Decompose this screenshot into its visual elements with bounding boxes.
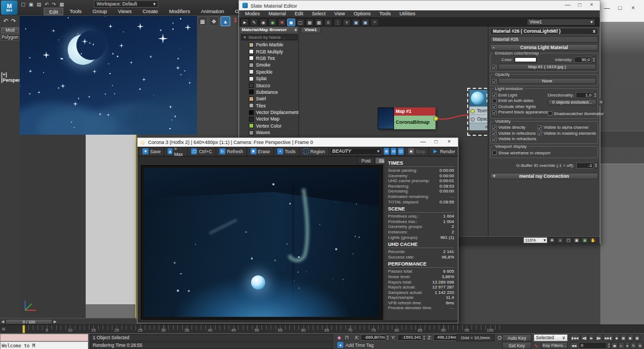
check-prevent-black-appearance-checkbox[interactable] [492, 110, 497, 115]
spinner-arrows-icon[interactable]: ▲▼ [422, 334, 426, 341]
corona-erase-button[interactable]: ✖Erase [248, 148, 273, 155]
opacity-map-button[interactable]: None [498, 78, 596, 84]
motion-panel-icon[interactable]: ▦ [620, 334, 627, 341]
rollout-mental-ray-connection[interactable]: +mental ray Connection [490, 173, 598, 179]
check-visible-in-refractions-checkbox[interactable] [492, 137, 497, 141]
color-swatch[interactable] [515, 57, 536, 62]
shadowcatcher-checkbox[interactable] [548, 111, 552, 116]
prev-frame-icon[interactable]: ◀◀ [570, 342, 578, 349]
check-visible-to-alpha-channel-checkbox[interactable] [538, 125, 542, 130]
spinner-arrows-icon[interactable]: ▲▼ [593, 92, 598, 98]
layout-children-icon[interactable]: Y [343, 19, 351, 26]
current-frame-field[interactable]: 0▲▼ [579, 342, 611, 349]
corona-region-button[interactable]: ▢Region [300, 148, 328, 155]
browser-item-tiles[interactable]: Tiles [240, 103, 299, 109]
menu-group[interactable]: Group [88, 8, 112, 15]
browser-item-perlin-marble[interactable]: Perlin Marble [240, 41, 299, 48]
select-move-icon[interactable]: ✥ [209, 16, 219, 26]
node-corona-bitmap[interactable]: Map #1 CoronaBitmap [378, 107, 436, 129]
select-place-icon[interactable]: ▲ [220, 16, 230, 26]
time-slider-knob[interactable]: 0 / 100 [5, 319, 52, 324]
isolate-icon[interactable]: ▣ [627, 334, 634, 341]
viewport-label[interactable]: [+] [Perspective] [1, 72, 20, 83]
slot-opacity[interactable]: Opacity [469, 115, 487, 123]
expand-icon[interactable]: + [493, 173, 496, 179]
browser-header[interactable]: Material/Map Browserx [240, 27, 299, 33]
corona-refresh-button[interactable]: ↻Refresh [217, 148, 246, 155]
slate-menu-modes[interactable]: Modes [241, 10, 264, 17]
mr-connection-rollout[interactable]: mr Connection+ [469, 123, 487, 130]
slate-menu-utilities[interactable]: Utilities [396, 10, 419, 17]
collapse-icon[interactable]: - [493, 45, 494, 50]
browser-item-splat[interactable]: Splat [240, 75, 299, 82]
show-background-icon[interactable]: ▩ [315, 19, 323, 26]
opacity-checkbox[interactable] [492, 79, 497, 83]
check-emit-light-checkbox[interactable] [492, 93, 497, 97]
maxscript-macro-recorder[interactable] [0, 334, 88, 341]
new-key-curve-icon[interactable]: ∿ [534, 342, 538, 348]
zoom-region-icon[interactable]: ▢ [565, 237, 572, 243]
snap-toggle-icon[interactable]: ▦ [198, 16, 207, 26]
open-file-icon[interactable]: ▣ [29, 1, 34, 8]
slate-titlebar[interactable]: Slate Material Editor —□× [239, 1, 600, 10]
browser-item-vector-map[interactable]: Vector Map [240, 116, 299, 122]
save-file-icon[interactable]: ▤ [37, 1, 41, 8]
browser-item-rgb-multiply[interactable]: RGB Multiply [240, 48, 299, 55]
show-controllers-icon[interactable]: 0 [324, 19, 332, 26]
browser-item-rgb-tint[interactable]: RGB Tint [240, 55, 299, 62]
go-to-start-icon[interactable]: ▮◀◀ [570, 334, 580, 341]
menu-create[interactable]: Create [138, 8, 163, 15]
redo-icon[interactable]: ↷ [11, 17, 16, 25]
spinner-arrows-icon[interactable]: ▲▼ [607, 342, 611, 349]
browser-item-speckle[interactable]: Speckle [240, 69, 299, 75]
zoom-fit-icon[interactable]: ⊡ [398, 148, 403, 155]
stop-button[interactable]: ■Stop [406, 148, 428, 155]
check-visible-directly-checkbox[interactable] [492, 125, 497, 130]
track-bar[interactable]: ⊞ 51015202530354045505560657075808590951… [0, 324, 644, 333]
key-mode-icon[interactable]: ◆ [614, 334, 620, 341]
prev-frame-icon[interactable]: ◀ [0, 320, 5, 324]
corona-titlebar[interactable]: ☺ Corona 3 (Hotfix 2) | 640×480px (1:1) … [138, 138, 458, 147]
layout-vertical-icon[interactable]: ⋮ [333, 19, 342, 26]
pan-tool-icon[interactable]: ▣ [361, 19, 369, 26]
close-button[interactable]: × [627, 4, 640, 11]
view-selector-dropdown[interactable]: View1▾ [527, 19, 595, 26]
menu-edit[interactable]: Edit [44, 8, 63, 15]
add-time-tag[interactable]: ●Add Time Tag [337, 342, 374, 348]
snap-frames-icon[interactable]: ▩ [634, 334, 641, 341]
max-logo-icon[interactable]: MMAX [1, 1, 17, 15]
directionality-spinner[interactable]: 1,0▲▼ [576, 92, 598, 98]
close-icon[interactable]: x [295, 27, 297, 33]
slate-menu-tools[interactable]: Tools [375, 10, 395, 17]
check-visible-in-masking-elements-checkbox[interactable] [538, 131, 542, 135]
hide-unused-slots-icon[interactable]: ▢ [296, 19, 305, 26]
menu-animation[interactable]: Animation [196, 8, 229, 15]
slate-menu-options[interactable]: Options [350, 10, 374, 17]
current-frame-marker[interactable] [22, 325, 25, 333]
zoom-in-icon[interactable]: ⊕ [384, 148, 389, 155]
channel-dropdown[interactable]: BEAUTY▾ [330, 148, 382, 155]
coord-field-y[interactable]: -1593,341▲▼ [397, 334, 426, 341]
coord-field-x[interactable]: -669,807m▲▼ [361, 334, 390, 341]
rollout-corona-light-material[interactable]: -Corona Light Material [490, 44, 598, 51]
check-occlude-other-lights-checkbox[interactable] [492, 104, 497, 109]
wireframe-checkbox[interactable] [492, 151, 497, 155]
spinner-arrows-icon[interactable]: ▲▼ [386, 334, 390, 341]
tab-post[interactable]: Post [357, 157, 374, 164]
pin-icon[interactable]: ◆ [337, 335, 341, 340]
slate-menu-edit[interactable]: Edit [291, 10, 307, 17]
prev-key-icon[interactable]: ◀▮ [581, 334, 588, 341]
node-header[interactable]: Material #26CoronaLi... — [469, 90, 487, 106]
spinner-arrows-icon[interactable]: ▲▼ [594, 163, 598, 169]
browser-item-vertex-color[interactable]: Vertex Color [240, 123, 299, 129]
maximize-button[interactable]: □ [613, 4, 627, 11]
zoom-selected-icon[interactable]: ▣ [352, 19, 360, 26]
exclude-add-button[interactable]: + [598, 99, 604, 105]
play-selected-icon[interactable]: ▷ [618, 342, 624, 349]
maxscript-listener[interactable]: Welcome to M [0, 341, 88, 349]
delete-selected-icon[interactable]: ✖ [278, 19, 286, 26]
browser-item-substance[interactable]: Substance [240, 89, 299, 95]
browser-item-stucco[interactable]: Stucco [240, 82, 299, 88]
connect-icon[interactable]: ◉ [259, 19, 267, 26]
key-filters-button[interactable]: Key Filters... [541, 342, 568, 349]
